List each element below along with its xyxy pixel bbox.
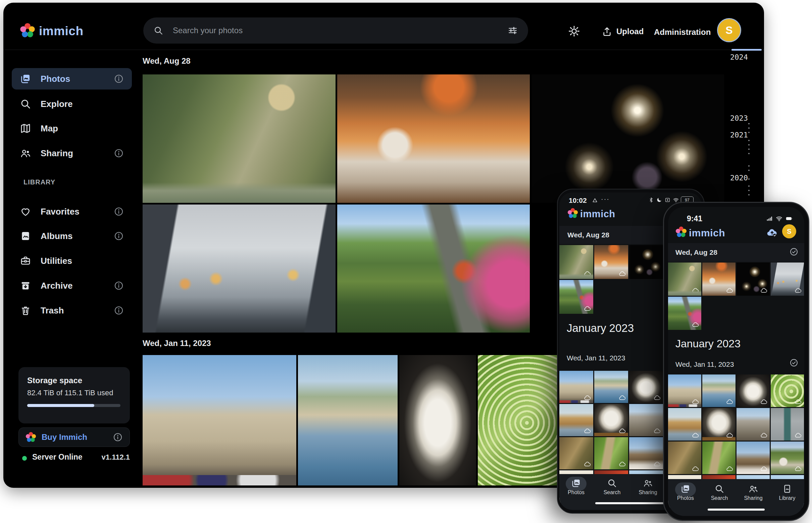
- cloud-icon: [654, 427, 661, 434]
- search-bar[interactable]: [143, 17, 528, 43]
- search-icon: [153, 25, 163, 36]
- status-time: 10:02: [569, 196, 587, 204]
- user-avatar: S: [782, 224, 796, 238]
- search-icon: [607, 484, 617, 489]
- photo-thumbnail-coastal-fort: [594, 371, 628, 403]
- sidebar-item-albums[interactable]: Albums: [12, 225, 132, 247]
- cloud-icon: [760, 465, 768, 472]
- info-icon[interactable]: [114, 74, 124, 84]
- sidebar-item-sharing[interactable]: Sharing: [12, 143, 132, 164]
- photo-thumbnail-fireworks[interactable]: [532, 74, 724, 203]
- cloud-icon: [795, 287, 802, 294]
- info-icon[interactable]: [114, 305, 124, 315]
- cloud-icon: [692, 321, 699, 328]
- buy-immich-label: Buy Immich: [41, 432, 87, 442]
- server-status-dot: [22, 456, 27, 461]
- sidebar-item-label: Favorites: [40, 206, 80, 217]
- scrubber-year[interactable]: 2023: [730, 114, 748, 122]
- bluetooth-icon: [648, 197, 654, 203]
- library-icon: [782, 489, 792, 495]
- header-divider: [3, 50, 764, 50]
- sidebar-item-utilities[interactable]: Utilities: [12, 250, 132, 272]
- cloud-icon: [619, 270, 626, 277]
- cloud-icon: [692, 287, 699, 294]
- info-icon[interactable]: [113, 432, 123, 442]
- photo-thumbnail-autumn-park[interactable]: [337, 204, 530, 332]
- photo-thumbnail-coastal-fort[interactable]: [298, 355, 398, 485]
- search-icon: [714, 489, 724, 495]
- cloud-icon: [795, 465, 802, 472]
- upload-button[interactable]: Upload: [602, 26, 643, 37]
- cloud-sync-icon: [765, 226, 779, 238]
- nav-item-library: Library: [771, 484, 804, 501]
- buy-immich-button[interactable]: Buy Immich: [18, 428, 130, 447]
- storage-usage-text: 82.4 TiB of 115.1 TiB used: [27, 389, 113, 397]
- storage-space-card: Storage space 82.4 TiB of 115.1 TiB used: [18, 367, 130, 423]
- sidebar-item-label: Utilities: [40, 256, 72, 266]
- storage-title: Storage space: [27, 376, 82, 385]
- scrubber-position-handle[interactable]: [731, 49, 762, 51]
- home-indicator: [708, 509, 765, 510]
- photo-thumbnail-holding-hands[interactable]: [143, 204, 335, 332]
- nav-label: Search: [703, 495, 736, 501]
- info-icon[interactable]: [114, 231, 124, 241]
- nav-label: Sharing: [631, 489, 665, 495]
- immich-logo-icon: [567, 208, 578, 219]
- photo-thumbnail-autumn-park: [559, 280, 593, 314]
- photo-thumbnail-fortress: [668, 375, 701, 407]
- scrubber-year[interactable]: 2020: [730, 174, 748, 182]
- nav-item-search: Search: [595, 478, 629, 495]
- status-more-icon: ···: [601, 195, 610, 203]
- photo-thumbnail-castle-wall: [737, 408, 770, 440]
- photo-thumbnail-fortress: [559, 371, 593, 403]
- cloud-icon: [795, 398, 802, 405]
- nav-item-photos: Photos: [669, 484, 702, 501]
- sidebar-item-archive[interactable]: Archive: [12, 275, 132, 296]
- photo-thumbnail-fortress[interactable]: [143, 355, 296, 485]
- photo-thumbnail-autumn-dinner[interactable]: [337, 74, 530, 203]
- photos-icon: [20, 73, 31, 85]
- photo-thumbnail-sea-grapes: [771, 375, 804, 407]
- cloud-icon: [726, 398, 733, 405]
- mobile-bottom-nav: Photos Search Sharing Library: [668, 479, 804, 516]
- info-icon[interactable]: [114, 206, 124, 217]
- nav-item-photos: Photos: [559, 478, 593, 495]
- photo-thumbnail-marble-bust[interactable]: [399, 355, 476, 485]
- photo-thumbnail-fireworks: [737, 263, 770, 296]
- scrubber-year[interactable]: 2024: [730, 53, 748, 61]
- sidebar-item-photos[interactable]: Photos: [12, 68, 132, 90]
- sidebar-item-favorites[interactable]: Favorites: [12, 201, 132, 222]
- photo-thumbnail-beach-cliff: [668, 408, 701, 440]
- photo-thumbnail-sea-grapes[interactable]: [478, 355, 557, 485]
- sidebar-item-label: Sharing: [40, 148, 73, 159]
- cloud-icon: [760, 287, 768, 294]
- cloud-icon: [795, 431, 802, 439]
- photo-thumbnail-autumn-park: [668, 297, 701, 330]
- nav-label: Photos: [669, 495, 702, 501]
- sidebar-item-map[interactable]: Map: [12, 118, 132, 139]
- sidebar-item-explore[interactable]: Explore: [12, 93, 132, 115]
- search-filter-icon[interactable]: [507, 25, 518, 36]
- cloud-icon: [584, 427, 591, 434]
- map-icon: [20, 123, 31, 134]
- user-avatar[interactable]: S: [717, 18, 741, 42]
- photo-thumbnail-castle-wall: [629, 404, 663, 436]
- cloud-icon: [584, 460, 591, 468]
- info-icon[interactable]: [114, 281, 124, 291]
- photo-thumbnail-farmhouse: [771, 441, 804, 474]
- photo-thumbnail-zoo-monkeys: [559, 245, 593, 279]
- sharing-icon: [20, 147, 31, 159]
- administration-link[interactable]: Administration: [654, 28, 711, 37]
- photo-thumbnail-coastal-fort: [702, 375, 736, 407]
- nav-label: Library: [771, 495, 804, 501]
- photo-thumbnail-zoo-monkeys[interactable]: [143, 74, 335, 203]
- mobile-date-header: Wed, Jan 11, 2023: [567, 354, 625, 362]
- nav-item-sharing: Sharing: [631, 478, 665, 495]
- scrubber-year[interactable]: 2021: [730, 131, 748, 139]
- info-icon[interactable]: [114, 148, 124, 158]
- theme-toggle-button[interactable]: [568, 25, 581, 38]
- sidebar-item-trash[interactable]: Trash: [12, 300, 132, 321]
- wifi-icon: [775, 215, 783, 222]
- search-input[interactable]: [172, 25, 507, 36]
- iphone-screen: 9:41 immich S Wed, Aug 28 January 2023 W…: [668, 207, 804, 516]
